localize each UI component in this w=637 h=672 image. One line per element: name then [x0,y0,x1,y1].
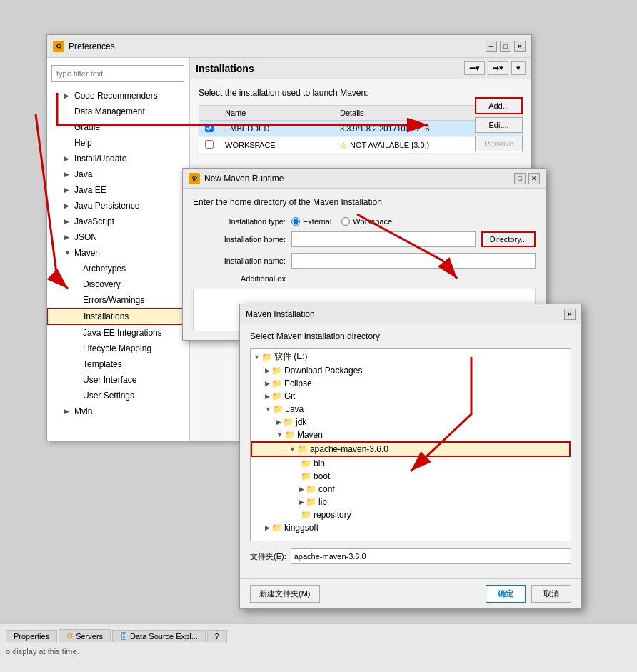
directory-tree[interactable]: ▼ 📁 软件 (E:) ▶ 📁 Download Packages ▶ 📁 Ec… [250,348,571,541]
minimize-button[interactable]: ─ [486,41,497,52]
tree-item-bin[interactable]: 📁 bin [251,457,571,470]
sidebar-item-java[interactable]: ▶ Java [47,166,189,182]
sidebar-item-label: User Interface [83,373,136,386]
datasource-icon: 🗄 [120,632,128,641]
sidebar-item-install-update[interactable]: ▶ Install/Update [47,151,189,166]
folder-icon: 📁 [271,378,282,388]
back-button[interactable]: ⬅▾ [464,61,485,75]
sidebar-item-mvln[interactable]: ▶ Mvln [47,403,189,419]
workspace-label: Workspace [353,217,392,226]
expand-arrow: ▶ [64,405,71,418]
tab-servers[interactable]: ⚙ Servers [59,629,111,642]
maven-install-title: Maven Installation [246,309,315,319]
sidebar-item-discovery[interactable]: Discovery [47,276,189,292]
row-checkbox[interactable] [205,140,214,149]
tree-item-eclipse[interactable]: ▶ 📁 Eclipse [251,377,571,390]
tree-item-apache-maven[interactable]: ▼ 📁 apache-maven-3.6.0 [251,441,571,457]
tree-item-jdk[interactable]: ▶ 📁 jdk [251,416,571,428]
sidebar-item-errors-warnings[interactable]: Errors/Warnings [47,292,189,308]
tab-datasource[interactable]: 🗄 Data Source Expl... [112,630,206,642]
folder-icon: 📁 [271,366,282,376]
tree-item-boot[interactable]: 📁 boot [251,470,571,483]
sidebar-item-label: Code Recommenders [74,89,158,102]
installation-name-input[interactable] [291,253,536,269]
installations-content: Select the installation used to launch M… [190,79,531,168]
maximize-button[interactable]: □ [500,41,511,52]
tree-item-lib[interactable]: ▶ 📁 lib [251,496,571,508]
tree-item-git[interactable]: ▶ 📁 Git [251,390,571,403]
sidebar-item-help[interactable]: Help [47,135,189,151]
maven-install-body: Select Maven installation directory ▼ 📁 … [240,324,581,578]
sidebar-item-gradle[interactable]: Gradle [47,119,189,135]
tree-item-software-e[interactable]: ▼ 📁 软件 (E:) [251,349,571,364]
cancel-button[interactable]: 取消 [531,585,571,603]
table-row[interactable]: EMBEDDED 3.3.9/1.8.2.20171007.216 [199,121,523,137]
sidebar-item-java-persistence[interactable]: ▶ Java Persistence [47,198,189,214]
sidebar-item-maven[interactable]: ▼ Maven [47,245,189,261]
titlebar-left: ⚙ Preferences [53,41,115,52]
sidebar-item-data-management[interactable]: Data Management [47,104,189,119]
action-buttons: Add... Edit... Remove [475,97,523,151]
preferences-sidebar: ▶ Code Recommenders Data Management Grad… [47,58,190,441]
edit-button[interactable]: Edit... [475,117,523,133]
external-radio-option[interactable]: External [291,217,331,226]
installations-description: Select the installation used to launch M… [199,88,523,98]
dialog-close-button[interactable]: ✕ [528,173,540,184]
table-row[interactable]: WORKSPACE ⚠NOT AVAILABLE [3.0,) [199,137,523,154]
tab-label: Servers [76,632,103,641]
arrow-icon: ▼ [289,446,296,453]
close-button[interactable]: ✕ [514,41,526,52]
filename-input[interactable] [291,548,571,564]
directory-button[interactable]: Directory... [481,231,536,247]
sidebar-item-installations[interactable]: Installations [47,308,189,325]
arrow-icon: ▶ [299,486,304,493]
tree-item-java[interactable]: ▼ 📁 Java [251,403,571,416]
workspace-radio-option[interactable]: Workspace [341,217,392,226]
tab-properties[interactable]: Properties [6,630,57,642]
tree-item-repository[interactable]: 📁 repository [251,508,571,521]
bottom-tabs: Properties ⚙ Servers 🗄 Data Source Expl.… [0,624,637,644]
sidebar-item-label: Java Persistence [74,199,139,212]
sidebar-item-code-recommenders[interactable]: ▶ Code Recommenders [47,88,189,104]
sidebar-item-user-settings[interactable]: User Settings [47,388,189,403]
installation-type-label: Installation type: [193,217,286,226]
sidebar-item-user-interface[interactable]: User Interface [47,372,189,388]
tree-item-kinggsoft[interactable]: ▶ 📁 kinggsoft [251,521,571,534]
installation-home-input[interactable] [291,231,476,247]
sidebar-item-templates[interactable]: Templates [47,356,189,372]
forward-button[interactable]: ➡▾ [488,61,508,75]
dialog-maximize-button[interactable]: □ [514,173,526,184]
sidebar-item-lifecycle-mapping[interactable]: Lifecycle Mapping [47,341,189,356]
tree-item-maven-folder[interactable]: ▼ 📁 Maven [251,428,571,441]
additional-extensions-label: Additional ex [193,274,286,283]
content-toolbar: Installations ⬅▾ ➡▾ ▾ [190,58,531,79]
menu-button[interactable]: ▾ [511,61,526,75]
expand-arrow: ▼ [64,246,71,259]
add-button[interactable]: Add... [475,97,523,114]
sidebar-item-javascript[interactable]: ▶ JavaScript [47,214,189,229]
remove-button[interactable]: Remove [475,136,523,151]
tree-item-label: jdk [296,417,306,427]
arrow-icon: ▼ [265,406,271,413]
tree-item-label: Git [284,391,295,401]
external-radio[interactable] [291,217,300,226]
sidebar-item-label: Maven [74,246,100,259]
sidebar-item-java-ee-integration[interactable]: Java EE Integrations [47,325,189,341]
tree-item-conf[interactable]: ▶ 📁 conf [251,483,571,496]
expand-arrow: ▶ [64,89,71,102]
filter-search-input[interactable] [51,65,184,82]
new-folder-button[interactable]: 新建文件夹(M) [250,585,320,603]
workspace-radio[interactable] [341,217,350,226]
folder-icon: 📁 [297,444,308,454]
maven-install-close-button[interactable]: ✕ [564,309,576,320]
sidebar-item-json[interactable]: ▶ JSON [47,229,189,245]
sidebar-item-label: User Settings [83,389,134,402]
sidebar-item-java-ee[interactable]: ▶ Java EE [47,182,189,198]
sidebar-item-archetypes[interactable]: Archetypes [47,261,189,276]
help-tab-button[interactable]: ? [207,630,227,642]
table-header-name: Name [219,106,334,121]
tree-item-download-packages[interactable]: ▶ 📁 Download Packages [251,364,571,377]
installation-name-label: Installation name: [193,256,286,265]
row-checkbox[interactable] [205,124,214,132]
confirm-button[interactable]: 确定 [486,585,526,603]
